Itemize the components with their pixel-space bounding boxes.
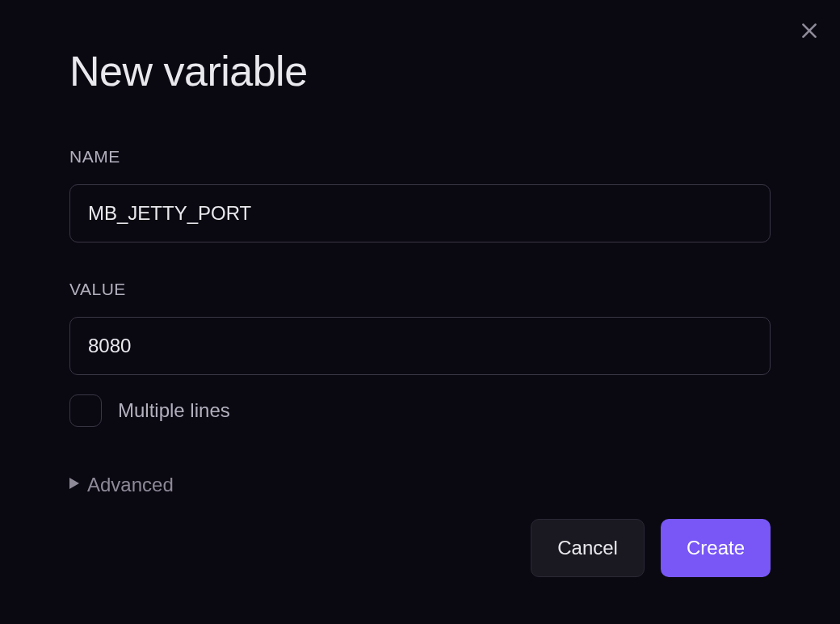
create-button[interactable]: Create (661, 519, 771, 577)
svg-marker-2 (69, 478, 79, 489)
multiline-label[interactable]: Multiple lines (118, 399, 230, 422)
multiline-row: Multiple lines (69, 394, 771, 427)
value-label: VALUE (69, 280, 771, 299)
advanced-label: Advanced (87, 474, 174, 496)
advanced-toggle[interactable]: Advanced (69, 474, 771, 496)
name-label: NAME (69, 147, 771, 167)
name-field-group: NAME (69, 147, 771, 242)
modal-title: New variable (69, 47, 771, 95)
caret-right-icon (69, 478, 79, 492)
modal-actions: Cancel Create (531, 519, 771, 577)
value-input[interactable] (69, 317, 771, 375)
cancel-button[interactable]: Cancel (531, 519, 645, 577)
value-field-group: VALUE Multiple lines (69, 280, 771, 427)
multiline-checkbox[interactable] (69, 394, 102, 427)
name-input[interactable] (69, 184, 771, 242)
close-icon (799, 20, 820, 41)
close-button[interactable] (796, 18, 822, 44)
new-variable-modal: New variable NAME VALUE Multiple lines A… (0, 0, 840, 624)
